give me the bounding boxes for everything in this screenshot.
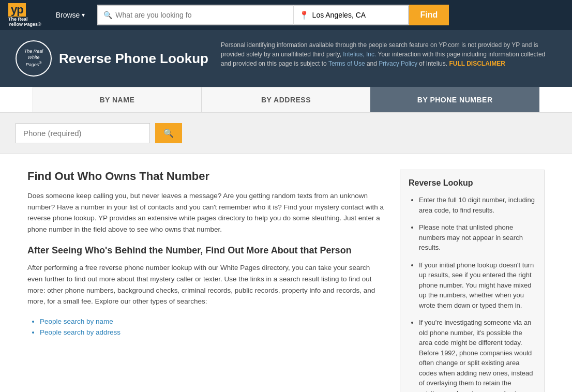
tab-by-phone[interactable]: BY PHONE NUMBER — [370, 87, 539, 112]
phone-form: 🔍 — [16, 123, 556, 143]
content-right: Reverse Lookup Enter the full 10 digit n… — [400, 170, 545, 392]
phone-search-section: 🔍 — [0, 113, 572, 154]
sidebar-tip-2: Please note that unlisted phone numbers … — [419, 222, 536, 253]
main-content: Find Out Who Owns That Number Does someo… — [12, 154, 560, 392]
yp-logo: yp The Real Yellow Pages® — [8, 3, 41, 27]
intelius-link[interactable]: Intelius, Inc. — [343, 51, 376, 58]
yp-logo-box: yp — [8, 3, 26, 17]
search-what-container: 🔍 — [97, 5, 293, 25]
sidebar-tip-1: Enter the full 10 digit number, includin… — [419, 195, 536, 215]
browse-button[interactable]: Browse — [52, 9, 89, 21]
content-left: Find Out Who Owns That Number Does someo… — [27, 170, 400, 392]
search-what-input[interactable] — [115, 11, 288, 19]
heading-find-out: Find Out Who Owns That Number — [27, 170, 384, 183]
full-disclaimer-link[interactable]: FULL DISCLAIMER — [449, 60, 505, 67]
tabs-container: BY NAME BY ADDRESS BY PHONE NUMBER — [0, 87, 572, 113]
phone-input[interactable] — [16, 123, 150, 143]
by-address-link[interactable]: People search by address — [40, 328, 121, 336]
by-name-link[interactable]: People search by name — [40, 318, 113, 325]
sidebar-reverse-lookup: Reverse Lookup Enter the full 10 digit n… — [400, 170, 545, 392]
list-item-by-address[interactable]: People search by address — [40, 328, 384, 336]
yp-logo-sub2: Yellow Pages® — [8, 22, 41, 27]
sidebar-tip-3: If your initial phone lookup doesn't tur… — [419, 260, 536, 311]
para-after-seeing: After performing a free reverse phone nu… — [27, 262, 384, 307]
sidebar-tips-list: Enter the full 10 digit number, includin… — [409, 195, 536, 392]
find-button[interactable]: Find — [409, 5, 449, 25]
header-search: 🔍 📍 Find — [97, 5, 449, 25]
search-where-container: 📍 — [294, 5, 409, 25]
search-types-list: People search by name People search by a… — [27, 318, 384, 336]
privacy-link[interactable]: Privacy Policy — [379, 60, 417, 67]
search-icon: 🔍 — [103, 11, 112, 19]
search-icon: 🔍 — [163, 129, 174, 138]
tab-by-name[interactable]: BY NAME — [33, 87, 202, 112]
location-icon: 📍 — [299, 10, 309, 20]
tab-by-address[interactable]: BY ADDRESS — [202, 87, 371, 112]
white-pages-logo: The RealWhite Pages® — [16, 40, 52, 77]
banner-left: The RealWhite Pages® Reverse Phone Looku… — [16, 40, 208, 77]
phone-search-button[interactable]: 🔍 — [155, 123, 182, 143]
sidebar-tip-4: If you're investigating someone via an o… — [419, 318, 536, 392]
of-text: of Intelius. — [419, 60, 447, 67]
terms-link[interactable]: Terms of Use — [328, 60, 365, 67]
and-text: and — [367, 60, 377, 67]
tabs: BY NAME BY ADDRESS BY PHONE NUMBER — [33, 87, 539, 112]
para-find-out: Does someone keep calling you, but never… — [27, 190, 384, 235]
list-item-by-name[interactable]: People search by name — [40, 318, 384, 325]
yp-logo-sub1: The Real — [8, 17, 28, 22]
heading-after-seeing: After Seeing Who's Behind the Number, Fi… — [27, 245, 384, 256]
site-header: yp The Real Yellow Pages® Browse 🔍 📍 Fin… — [0, 0, 572, 30]
banner-disclaimer: Personal identifying information availab… — [221, 40, 556, 68]
page-title: Reverse Phone Lookup — [59, 51, 208, 67]
page-banner: The RealWhite Pages® Reverse Phone Looku… — [0, 30, 572, 87]
sidebar-title: Reverse Lookup — [409, 178, 536, 188]
search-where-input[interactable] — [312, 11, 403, 19]
